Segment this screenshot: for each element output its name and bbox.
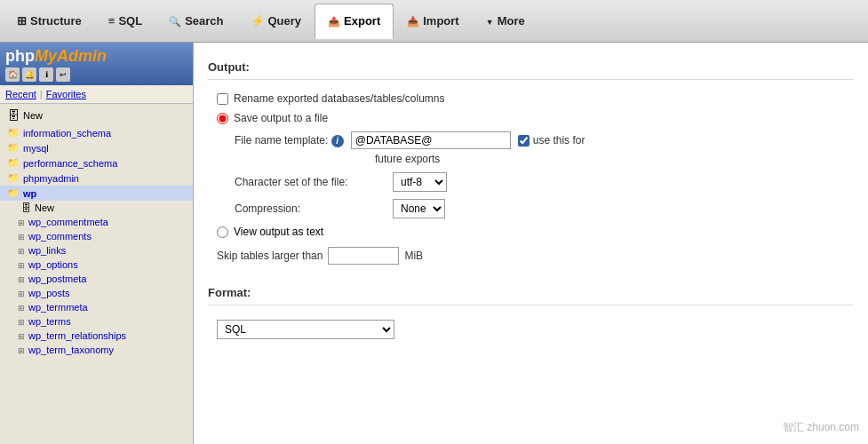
- tab-query[interactable]: Query: [237, 4, 315, 39]
- sidebar-new-button[interactable]: 🗄 New: [0, 106, 193, 125]
- format-select[interactable]: SQL CSV CSV for MS Excel JSON XML: [217, 320, 394, 339]
- table-icon: [18, 302, 25, 313]
- db-folder-icon: [7, 142, 20, 154]
- query-icon: [251, 14, 265, 28]
- db-folder-icon: [7, 157, 20, 169]
- future-exports-label: future exports: [208, 153, 854, 169]
- compression-select[interactable]: None gzip bzip2 zip: [393, 199, 445, 218]
- table-wp-commentmeta[interactable]: wp_commentmeta: [0, 215, 193, 229]
- charset-row: Character set of the file: utf-8 latin1 …: [208, 169, 854, 195]
- charset-label: Character set of the file:: [235, 176, 386, 188]
- table-wp-options[interactable]: wp_options: [0, 258, 193, 272]
- save-output-row: Save output to a file: [208, 108, 854, 128]
- table-icon: [18, 316, 25, 327]
- use-this-checkbox[interactable]: [518, 135, 530, 147]
- nav-favorites[interactable]: Favorites: [46, 89, 86, 99]
- save-file-radio[interactable]: [217, 113, 228, 124]
- import-icon: [407, 14, 419, 28]
- table-icon: [18, 259, 25, 270]
- wp-new-button[interactable]: 🗄 New: [0, 201, 193, 215]
- db-folder-icon: [7, 172, 20, 184]
- table-wp-posts[interactable]: wp_posts: [0, 286, 193, 300]
- skip-tables-row: Skip tables larger than MiB: [208, 242, 854, 270]
- table-icon: [18, 274, 25, 284]
- table-wp-termmeta[interactable]: wp_termmeta: [0, 300, 193, 314]
- table-wp-postmeta[interactable]: wp_postmeta: [0, 272, 193, 286]
- db-folder-icon: [7, 187, 20, 199]
- sidebar-header: php MyAdmin 🏠 🔔 ℹ ↩: [0, 43, 193, 85]
- home-icon[interactable]: 🏠: [5, 67, 20, 82]
- table-wp-terms[interactable]: wp_terms: [0, 314, 193, 329]
- skip-tables-label: Skip tables larger than: [217, 250, 323, 262]
- table-icon: [18, 288, 25, 298]
- db-folder-icon: [7, 127, 20, 139]
- table-icon: [18, 245, 25, 256]
- exit-icon[interactable]: ↩: [56, 67, 70, 82]
- sidebar-icon-row: 🏠 🔔 ℹ ↩: [5, 67, 107, 82]
- output-section-title: Output:: [208, 53, 854, 80]
- view-output-label: View output as text: [234, 226, 323, 238]
- rename-row: Rename exported databases/tables/columns: [208, 89, 854, 108]
- db-performance-schema[interactable]: performance_schema: [0, 155, 193, 170]
- db-mysql[interactable]: mysql: [0, 140, 193, 155]
- tab-search[interactable]: Search: [155, 4, 236, 39]
- alert-icon[interactable]: 🔔: [22, 67, 36, 82]
- charset-select[interactable]: utf-8 latin1 utf-16: [393, 172, 447, 192]
- table-icon: [18, 217, 25, 227]
- sidebar: php MyAdmin 🏠 🔔 ℹ ↩ Recent | Favorites 🗄…: [0, 43, 194, 444]
- table-icon: [18, 345, 25, 355]
- sql-icon: [108, 14, 115, 28]
- compression-row: Compression: None gzip bzip2 zip: [208, 195, 854, 222]
- table-wp-links[interactable]: wp_links: [0, 243, 193, 258]
- sidebar-nav: Recent | Favorites: [0, 85, 193, 104]
- save-output-label: Save output to a file: [234, 112, 328, 124]
- skip-tables-unit: MiB: [404, 250, 423, 262]
- export-icon: [328, 14, 340, 28]
- view-output-row: View output as text: [208, 222, 854, 242]
- rename-checkbox[interactable]: [217, 93, 228, 105]
- use-this-row: use this for: [518, 134, 585, 147]
- table-icon: [18, 330, 25, 341]
- format-select-row: SQL CSV CSV for MS Excel JSON XML: [208, 314, 854, 345]
- logo-php: php: [5, 47, 35, 66]
- tab-export[interactable]: Export: [315, 4, 394, 39]
- skip-tables-input[interactable]: [328, 247, 399, 265]
- info-icon[interactable]: ℹ: [39, 67, 53, 82]
- tab-bar: Structure SQL Search Query Export Import…: [0, 0, 868, 43]
- main-content: Output: Rename exported databases/tables…: [194, 43, 868, 444]
- tab-import[interactable]: Import: [394, 4, 472, 39]
- more-icon: [486, 14, 494, 28]
- use-this-label: use this for: [533, 134, 585, 147]
- table-wp-comments[interactable]: wp_comments: [0, 229, 193, 243]
- file-template-row: File name template: i use this for: [208, 128, 854, 153]
- db-wp[interactable]: wp: [0, 186, 193, 201]
- table-wp-term-taxonomy[interactable]: wp_term_taxonomy: [0, 343, 193, 357]
- file-name-info-icon[interactable]: i: [331, 135, 344, 147]
- file-name-label: File name template: i: [235, 134, 344, 147]
- search-icon: [169, 14, 181, 28]
- file-name-input[interactable]: [351, 131, 511, 149]
- tab-structure[interactable]: Structure: [4, 4, 95, 39]
- view-text-radio[interactable]: [217, 226, 228, 238]
- tab-sql[interactable]: SQL: [95, 4, 155, 39]
- nav-recent[interactable]: Recent: [5, 89, 36, 99]
- structure-icon: [17, 14, 27, 28]
- table-wp-term-relationships[interactable]: wp_term_relationships: [0, 329, 193, 343]
- rename-label: Rename exported databases/tables/columns: [234, 92, 444, 105]
- format-section-title: Format:: [208, 279, 854, 305]
- db-information-schema[interactable]: information_schema: [0, 125, 193, 140]
- logo-myadmin: MyAdmin: [35, 47, 107, 66]
- tab-more[interactable]: More: [473, 4, 538, 39]
- db-phpmyadmin[interactable]: phpmyadmin: [0, 170, 193, 186]
- compression-label: Compression:: [235, 202, 386, 215]
- table-icon: [18, 231, 25, 242]
